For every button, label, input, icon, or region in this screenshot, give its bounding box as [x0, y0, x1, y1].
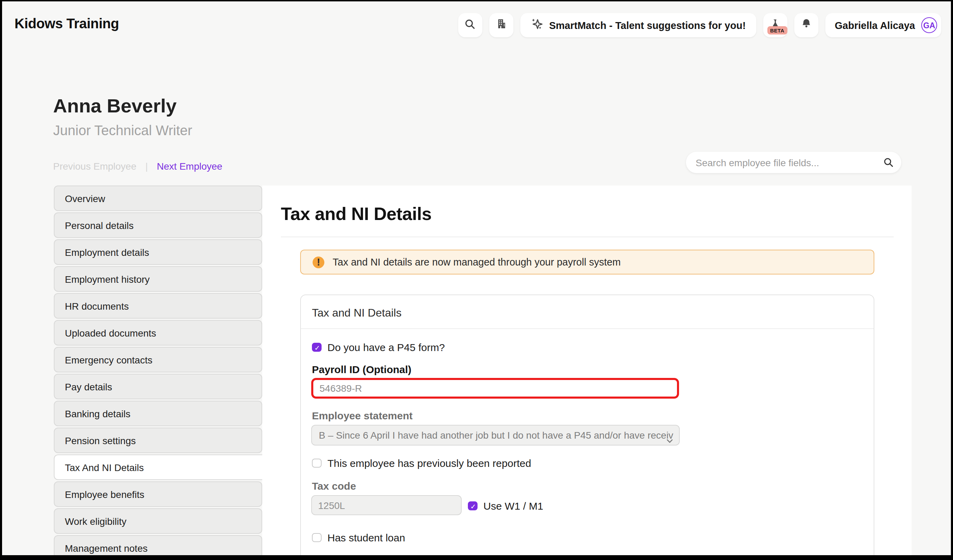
sidebar-item-banking-details[interactable]: Banking details: [54, 401, 262, 426]
search-input[interactable]: [695, 152, 882, 173]
header-divider: [281, 237, 894, 237]
employee-file-tabs: OverviewPersonal detailsEmployment detai…: [54, 186, 262, 560]
bell-icon: [800, 18, 812, 32]
p45-checkbox[interactable]: [312, 343, 321, 352]
search-icon: [883, 157, 894, 170]
profile-menu[interactable]: Gabriella Alicaya GA: [825, 13, 941, 37]
employee-field-search: [686, 152, 901, 173]
payroll-id-label: Payroll ID (Optional): [312, 364, 411, 375]
search-button[interactable]: [458, 13, 482, 37]
student-loan-label: Has student loan: [327, 532, 405, 543]
smartmatch-label: SmartMatch - Talent suggestions for you!: [549, 20, 746, 31]
sidebar-item-hr-documents[interactable]: HR documents: [54, 293, 262, 319]
card-divider: [301, 328, 874, 329]
sidebar-item-pension-settings[interactable]: Pension settings: [54, 428, 262, 453]
building-icon: [495, 18, 507, 32]
w1m1-checkbox[interactable]: [468, 501, 477, 511]
employee-name: Anna Beverly: [53, 95, 177, 117]
student-loan-row[interactable]: Has student loan: [312, 532, 405, 543]
chevron-down-icon: [666, 432, 674, 446]
sidebar-item-management-notes[interactable]: Management notes: [54, 535, 262, 560]
labs-button[interactable]: BETA: [763, 13, 787, 37]
previously-reported-label: This employee has previously been report…: [327, 457, 531, 469]
previously-reported-checkbox[interactable]: [312, 459, 321, 468]
sparkles-icon: [530, 18, 543, 32]
beta-badge: BETA: [767, 26, 787, 34]
previously-reported-row[interactable]: This employee has previously been report…: [312, 457, 531, 469]
pager-divider: |: [145, 161, 147, 172]
app-window: Kidows Training SmartMatch - Talent sugg…: [0, 0, 953, 560]
card-title: Tax and NI Details: [312, 307, 402, 319]
banner-text: Tax and NI details are now managed throu…: [333, 257, 621, 268]
sidebar-item-tax-and-ni-details[interactable]: Tax And NI Details: [54, 455, 264, 480]
tax-code-label: Tax code: [312, 480, 356, 492]
employee-statement-label: Employee statement: [312, 410, 413, 421]
payroll-id-input[interactable]: [313, 380, 677, 396]
sidebar-item-pay-details[interactable]: Pay details: [54, 374, 262, 399]
company-button[interactable]: [489, 13, 513, 37]
employee-pager: Previous Employee | Next Employee: [53, 161, 222, 172]
partial-field-checkbox[interactable]: [312, 555, 321, 560]
next-employee-link[interactable]: Next Employee: [157, 161, 222, 172]
p45-checkbox-row[interactable]: Do you have a P45 form?: [312, 341, 445, 353]
p45-label: Do you have a P45 form?: [327, 341, 445, 353]
employee-statement-value: B – Since 6 April I have had another job…: [319, 430, 673, 441]
sidebar-item-emergency-contacts[interactable]: Emergency contacts: [54, 347, 262, 373]
student-loan-checkbox[interactable]: [312, 533, 321, 542]
sidebar-item-personal-details[interactable]: Personal details: [54, 212, 262, 238]
warning-icon: !: [313, 256, 324, 268]
sidebar-item-work-eligibility[interactable]: Work eligibility: [54, 508, 262, 534]
w1m1-row[interactable]: Use W1 / M1: [468, 500, 543, 512]
app-logo: Kidows Training: [14, 16, 119, 32]
employee-role: Junior Technical Writer: [53, 123, 192, 139]
main-panel: Tax and NI Details ! Tax and NI details …: [262, 186, 912, 560]
payroll-warning-banner: ! Tax and NI details are now managed thr…: [300, 250, 874, 274]
search-icon: [464, 18, 475, 32]
notifications-button[interactable]: [794, 13, 818, 37]
previous-employee-link[interactable]: Previous Employee: [53, 161, 136, 172]
sidebar-item-overview[interactable]: Overview: [54, 186, 262, 211]
payroll-id-field-highlighted: [311, 378, 679, 399]
tax-ni-card: Tax and NI Details Do you have a P45 for…: [300, 294, 874, 560]
profile-name: Gabriella Alicaya: [835, 20, 915, 31]
avatar: GA: [921, 17, 937, 33]
topbar-actions: SmartMatch - Talent suggestions for you!…: [458, 13, 941, 37]
partial-field-row: [312, 555, 321, 560]
page-title: Tax and NI Details: [281, 203, 431, 225]
smartmatch-button[interactable]: SmartMatch - Talent suggestions for you!: [520, 13, 756, 37]
sidebar-item-employment-details[interactable]: Employment details: [54, 239, 262, 265]
sidebar-item-uploaded-documents[interactable]: Uploaded documents: [54, 320, 262, 345]
employee-statement-select[interactable]: B – Since 6 April I have had another job…: [311, 425, 680, 446]
tax-code-field: [311, 495, 462, 515]
w1m1-label: Use W1 / M1: [483, 500, 543, 512]
tax-code-input[interactable]: [312, 496, 461, 515]
sidebar-item-employee-benefits[interactable]: Employee benefits: [54, 481, 262, 507]
sidebar-item-employment-history[interactable]: Employment history: [54, 266, 262, 292]
